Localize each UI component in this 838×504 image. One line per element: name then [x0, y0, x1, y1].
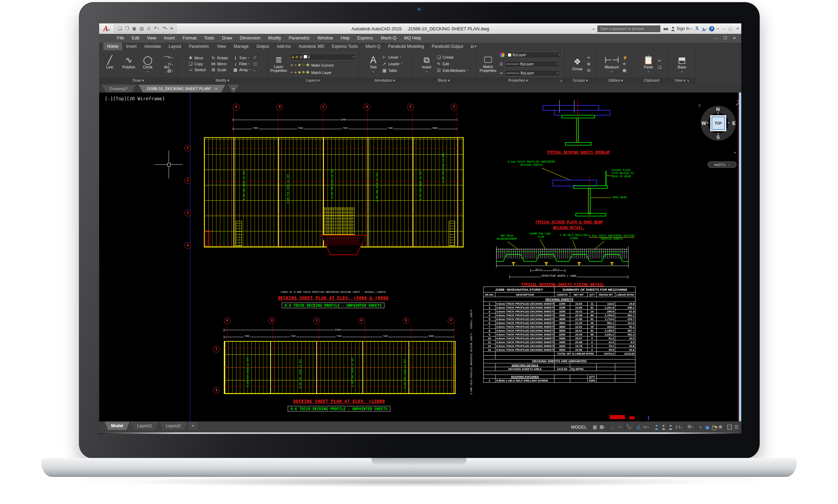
- quick-select-icon[interactable]: ⚡: [623, 55, 627, 60]
- cut-icon[interactable]: ✂: [658, 59, 661, 63]
- panel-label-modify[interactable]: Modify ▾: [178, 77, 267, 83]
- menu-item[interactable]: File: [113, 34, 128, 43]
- minimize-button[interactable]: –: [722, 27, 725, 31]
- layout-tab[interactable]: Model: [105, 422, 130, 430]
- ribbon-tab[interactable]: Layout: [165, 43, 185, 50]
- copy-clip-icon[interactable]: ❏: [658, 65, 661, 69]
- paste-button[interactable]: 📋 Paste ▾: [642, 55, 655, 72]
- plot-icon[interactable]: ⎙: [147, 25, 150, 32]
- rotate-down-icon[interactable]: ▲: [717, 132, 719, 135]
- rotate-up-icon[interactable]: ▼: [717, 112, 719, 115]
- customization-menu-icon[interactable]: ☰: [734, 424, 738, 430]
- workspace-switching-icon[interactable]: ⚙▾: [687, 424, 693, 430]
- drawing-tab-active[interactable]: J1588-10_DECKING SHEET PLAN*✕: [139, 85, 225, 92]
- rectangle-icon[interactable]: ▭▾: [168, 55, 173, 60]
- chevron-down-icon[interactable]: ▼: [734, 151, 736, 154]
- ucs-selector[interactable]: mqUCSs ▿: [708, 162, 736, 168]
- object-snap-icon[interactable]: ▭▾: [643, 424, 649, 430]
- ribbon-tab[interactable]: Home: [103, 43, 122, 50]
- ribbon-tab[interactable]: Mech-Q: [362, 43, 384, 50]
- ribbon-tab[interactable]: Output: [252, 43, 273, 50]
- annotation-scale-icon[interactable]: [668, 425, 673, 430]
- ribbon-tab[interactable]: Parabuild Output: [428, 43, 467, 50]
- ribbon-tab[interactable]: Annotate: [140, 43, 165, 50]
- new-file-icon[interactable]: ❏: [118, 25, 122, 32]
- redo-icon[interactable]: ↷▾: [162, 24, 167, 33]
- close-tab-icon[interactable]: ✕: [215, 87, 218, 91]
- make-current-row[interactable]: ✦ ✧ ✱ ⚐ �Make Current✧ ✦ ✺ ⚑ �Match Laye…: [290, 62, 356, 75]
- panel-label-layers[interactable]: Layers ▾: [267, 77, 358, 83]
- viewcube[interactable]: ⌂ ⤸ N W E S TOP ▼ ▲ ▶ ◀ ▼ mqUCSs ▿: [698, 98, 740, 171]
- panel-label-block[interactable]: Block ▾: [411, 77, 476, 83]
- ortho-mode-icon[interactable]: ∟: [611, 424, 615, 430]
- compass-east[interactable]: E: [732, 120, 735, 126]
- layer-properties-button[interactable]: ≣ Layer Properties: [270, 55, 287, 73]
- lock-ui-icon[interactable]: [712, 427, 716, 430]
- draw-tool-button[interactable]: ╱ Line: [102, 55, 118, 72]
- group-select-icon[interactable]: ⊟: [587, 68, 590, 73]
- menu-item[interactable]: Insert: [160, 34, 179, 43]
- autoscale-icon[interactable]: [661, 425, 666, 430]
- lineweight-select[interactable]: ByLayer▾: [505, 70, 560, 76]
- grid-display-icon[interactable]: ▦: [593, 424, 597, 430]
- panel-label-properties[interactable]: Properties ▾ ↘: [477, 77, 564, 83]
- modify-tool-button[interactable]: ∤ Trim ▾: [233, 55, 251, 60]
- ribbon-tab[interactable]: View: [213, 43, 230, 50]
- text-button[interactable]: A Text ▾: [367, 55, 379, 72]
- application-menu-button[interactable]: A▾: [101, 24, 112, 34]
- panel-label-utilities[interactable]: Utilities ▾: [597, 77, 634, 83]
- model-space-canvas[interactable]: [-][Top][2D Wireframe] ABCDEF: [99, 92, 741, 421]
- annotation-visibility-icon[interactable]: [654, 425, 659, 430]
- group-edit-icon[interactable]: ⊞: [587, 62, 590, 66]
- ribbon-tab[interactable]: Add-ins: [273, 43, 295, 50]
- explode-icon[interactable]: ⬡: [253, 62, 257, 66]
- drawing-tab-inactive[interactable]: Drawing1*: [102, 85, 136, 92]
- layout-tab[interactable]: Layout2: [160, 422, 187, 430]
- menu-item[interactable]: Draw: [218, 34, 236, 43]
- modify-tool-button[interactable]: ⋈ Mirror: [211, 61, 229, 66]
- search-expand-icon[interactable]: ▸: [593, 27, 595, 31]
- modify-tool-button[interactable]: ╭ Fillet ▾: [233, 61, 251, 66]
- menu-item[interactable]: Edit: [128, 34, 143, 43]
- modify-tool-button[interactable]: ▦ Array ▾: [233, 67, 251, 72]
- new-drawing-tab-button[interactable]: +: [228, 85, 239, 92]
- qat-customize-icon[interactable]: ▾: [170, 25, 173, 32]
- open-file-icon[interactable]: ❒: [125, 25, 129, 32]
- search-icon[interactable]: ◉◉: [663, 27, 668, 31]
- clean-screen-icon[interactable]: ⤢: [727, 425, 732, 430]
- ribbon-tab[interactable]: Insert: [122, 43, 140, 50]
- rotate-right-icon[interactable]: ◀: [727, 121, 729, 124]
- ribbon-tab[interactable]: Manage: [230, 43, 252, 50]
- ribbon-tab[interactable]: Express Tools: [328, 43, 361, 50]
- help-icon[interactable]: ?: [709, 26, 714, 31]
- panel-label-clipboard[interactable]: Clipboard: [635, 77, 668, 83]
- save-icon[interactable]: ▣: [132, 25, 136, 32]
- isometric-drafting-icon[interactable]: ╲▾: [627, 424, 631, 430]
- maximize-button[interactable]: ▢: [728, 27, 732, 31]
- modify-tool-button[interactable]: ❏ Copy: [188, 61, 207, 66]
- polar-tracking-icon[interactable]: ◔▾: [617, 424, 622, 430]
- snap-mode-icon[interactable]: ▩▾: [600, 424, 605, 430]
- compass-west[interactable]: W: [701, 120, 706, 126]
- overkill-icon[interactable]: ⌔: [253, 68, 257, 73]
- annotation-tool-button[interactable]: ▦ Table: [382, 68, 402, 73]
- menu-item[interactable]: Modify: [264, 34, 285, 43]
- close-button[interactable]: ✕: [736, 27, 739, 31]
- menu-item[interactable]: Format: [179, 34, 200, 43]
- menu-item[interactable]: Help: [337, 34, 354, 43]
- orbit-arrows-icon[interactable]: ⤸: [736, 99, 739, 106]
- insert-block-button[interactable]: ⧉ Insert ▾: [420, 55, 434, 72]
- current-scale-button[interactable]: 1:1▾: [675, 424, 682, 430]
- modify-tool-button[interactable]: ✥ Move: [188, 55, 207, 60]
- match-properties-button[interactable]: 🖵 Match Properties: [479, 55, 497, 73]
- ribbon-minimize-icon[interactable]: ▤ ▾: [470, 43, 476, 50]
- menu-item[interactable]: Dimension: [236, 34, 264, 43]
- menu-item[interactable]: View: [143, 34, 160, 43]
- compass-south[interactable]: S: [716, 134, 720, 140]
- sign-in-button[interactable]: Sign In▾: [671, 26, 692, 31]
- ungroup-icon[interactable]: ✂: [587, 55, 590, 60]
- hatch-icon[interactable]: ▨▾: [168, 68, 173, 73]
- menu-item[interactable]: Mech-Q: [377, 34, 400, 43]
- ribbon-tab[interactable]: Parametric: [185, 43, 213, 50]
- home-icon[interactable]: ⌂: [698, 102, 701, 108]
